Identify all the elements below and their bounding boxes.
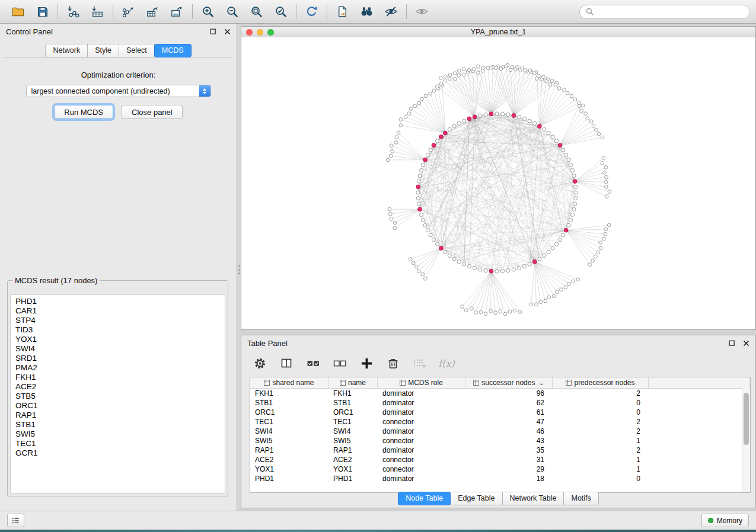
float-icon	[210, 28, 216, 35]
mcds-result-item[interactable]: TID3	[15, 325, 220, 335]
network-graph[interactable]	[241, 37, 755, 329]
search-network-button[interactable]	[355, 2, 379, 21]
column-header-name[interactable]: name	[328, 377, 378, 388]
tab-style[interactable]: Style	[87, 44, 119, 57]
add-row-button[interactable]	[359, 355, 374, 371]
column-header-successor-nodes[interactable]: successor nodes⌄	[465, 377, 553, 388]
zoom-out-button[interactable]	[220, 2, 244, 21]
table-row[interactable]: SWI4SWI4dominator462	[250, 427, 750, 436]
hide-selected-button[interactable]	[379, 2, 403, 21]
zoom-in-button[interactable]	[196, 2, 220, 21]
export-image-button[interactable]	[165, 2, 189, 21]
close-table-panel-button[interactable]	[742, 339, 749, 347]
mcds-result-item[interactable]: GCR1	[15, 448, 220, 458]
scrollbar-thumb[interactable]	[744, 393, 749, 445]
mcds-result-list[interactable]: PHD1CAR1STP4TID3YOX1SWI4SRD1PMA2FKH1ACE2…	[10, 294, 225, 493]
export-table-icon	[146, 5, 160, 18]
refresh-view-button[interactable]	[299, 2, 324, 21]
status-bar: Memory	[0, 511, 756, 530]
float-table-panel-button[interactable]	[728, 339, 735, 347]
close-panel-button[interactable]: Close panel	[122, 105, 183, 119]
memory-button[interactable]: Memory	[701, 514, 749, 527]
tab-network-table[interactable]: Network Table	[502, 492, 564, 505]
tab-select[interactable]: Select	[119, 44, 155, 57]
mcds-result-item[interactable]: ACE2	[15, 382, 220, 392]
select-all-button[interactable]	[305, 355, 321, 371]
share-document-icon	[336, 5, 349, 18]
panel-menu-button[interactable]	[7, 514, 24, 527]
share-document-button[interactable]	[330, 2, 355, 21]
split-column-button[interactable]	[279, 355, 294, 371]
zoom-out-icon	[225, 5, 239, 18]
save-session-button[interactable]	[30, 2, 55, 21]
mcds-result-item[interactable]: SWI5	[15, 430, 220, 439]
tab-motifs[interactable]: Motifs	[563, 492, 598, 505]
float-panel-button[interactable]	[209, 28, 216, 35]
tab-node-table[interactable]: Node Table	[398, 492, 451, 505]
mcds-result-item[interactable]: CAR1	[15, 306, 220, 316]
mcds-result-item[interactable]: SRD1	[15, 354, 220, 363]
tab-mcds[interactable]: MCDS	[154, 44, 192, 57]
import-table-button[interactable]	[85, 2, 110, 21]
close-window-button[interactable]	[246, 29, 253, 36]
import-network-button[interactable]	[61, 2, 85, 21]
run-mcds-button[interactable]: Run MCDS	[54, 105, 113, 119]
mcds-result-item[interactable]: PMA2	[15, 363, 220, 373]
table-row[interactable]: ACE2ACE2connector311	[250, 455, 750, 464]
column-header-predecessor-nodes[interactable]: predecessor nodes	[553, 377, 649, 388]
chevron-down-icon: ⌄	[538, 380, 544, 385]
table-row[interactable]: STB1STB1dominator620	[250, 398, 750, 408]
deselect-all-button[interactable]	[332, 355, 347, 371]
cell: STB1	[250, 399, 328, 407]
zoom-fit-button[interactable]	[244, 2, 269, 21]
export-table-button[interactable]	[141, 2, 165, 21]
fx-icon: f(x)	[438, 358, 454, 369]
control-panel-title: Control Panel	[6, 27, 53, 36]
close-panel-x-button[interactable]	[224, 28, 231, 35]
mcds-result-item[interactable]: STP4	[15, 316, 220, 325]
table-row[interactable]: PHD1PHD1dominator180	[250, 474, 750, 483]
network-canvas[interactable]	[241, 37, 755, 329]
mcds-result-item[interactable]: YOX1	[15, 335, 220, 344]
table-scrollbar[interactable]	[742, 388, 750, 492]
maximize-window-button[interactable]	[267, 29, 274, 36]
tab-edge-table[interactable]: Edge Table	[450, 492, 502, 505]
export-network-button[interactable]	[116, 2, 141, 21]
function-builder-button[interactable]: f(x)	[439, 355, 454, 371]
minimize-window-button[interactable]	[257, 29, 263, 36]
mcds-result-item[interactable]: FKH1	[15, 373, 220, 382]
zoom-selected-button[interactable]	[269, 2, 293, 21]
tab-network[interactable]: Network	[45, 44, 88, 57]
column-header-shared-name[interactable]: shared name	[250, 377, 328, 388]
search-input[interactable]	[597, 7, 744, 17]
open-file-button[interactable]	[6, 2, 30, 21]
table-row[interactable]: ORC1ORC1dominator610	[250, 408, 750, 417]
show-hidden-button[interactable]	[410, 2, 434, 21]
mcds-result-item[interactable]: TEC1	[15, 439, 220, 448]
column-header-MCDS-role[interactable]: MCDS role	[378, 377, 465, 388]
network-window-titlebar[interactable]: YPA_prune.txt_1	[241, 27, 755, 38]
mcds-result-title: MCDS result (17 nodes)	[12, 276, 100, 285]
search-field[interactable]	[579, 5, 750, 19]
mcds-result-item[interactable]: RAP1	[15, 411, 220, 420]
mcds-result-item[interactable]: ORC1	[15, 401, 220, 411]
cell: 61	[465, 408, 553, 416]
delete-row-button[interactable]	[385, 355, 401, 371]
mcds-result-item[interactable]: STB5	[15, 392, 220, 401]
mcds-result-item[interactable]: STB1	[15, 420, 220, 430]
table-row[interactable]: SWI5SWI5connector431	[250, 436, 750, 446]
table-row[interactable]: RAP1RAP1dominator352	[250, 446, 750, 455]
table-row[interactable]: FKH1FKH1dominator962	[250, 389, 750, 398]
table-row[interactable]: TEC1TEC1connector472	[250, 417, 750, 427]
table-row[interactable]: YOX1YOX1connector291	[250, 464, 750, 474]
control-panel-tabs: NetworkStyleSelectMCDS	[0, 44, 237, 57]
optimization-dropdown[interactable]: largest connected component (undirected)	[26, 85, 211, 97]
delete-table-button[interactable]	[412, 355, 428, 371]
mcds-result-item[interactable]: PHD1	[15, 297, 220, 306]
close-icon	[224, 28, 231, 35]
toolbar-separator	[327, 4, 327, 19]
cell: 1	[553, 465, 649, 473]
table-settings-button[interactable]	[252, 355, 267, 371]
cell: 35	[465, 446, 553, 454]
mcds-result-item[interactable]: SWI4	[15, 344, 220, 354]
